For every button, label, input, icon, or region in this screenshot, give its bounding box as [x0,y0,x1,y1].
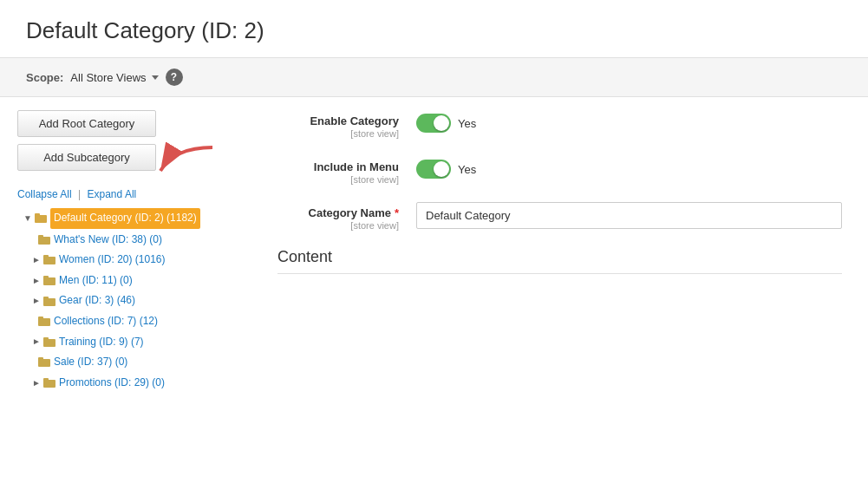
tree-label-2[interactable]: Women (ID: 20) (1016) [59,251,166,270]
category-name-sub: [store view] [277,220,399,231]
page-title: Default Category (ID: 2) [26,17,842,44]
enable-category-value: Yes [458,117,476,130]
tree-label-5[interactable]: Collections (ID: 7) (12) [54,312,158,331]
list-item[interactable]: ► Promotions (ID: 29) (0) [17,373,234,394]
tree-toggle-4[interactable]: ► [31,296,42,306]
page-header: Default Category (ID: 2) [0,0,868,58]
include-in-menu-toggle[interactable] [416,160,451,179]
main-content: Add Root Category Add Subcategory Collap… [0,97,868,393]
enable-category-label-group: Enable Category [store view] [277,110,416,139]
enable-category-row: Enable Category [store view] Yes [277,110,842,139]
list-item[interactable]: ► Men (ID: 11) (0) [17,271,234,291]
category-name-label: Category Name* [277,206,399,219]
include-in-menu-value: Yes [458,163,476,176]
folder-icon-4 [43,297,55,306]
include-in-menu-control: Yes [416,156,476,179]
right-panel: Enable Category [store view] Yes Include… [251,110,868,393]
enable-category-sub: [store view] [277,128,399,139]
list-item[interactable]: ► Training (ID: 9) (7) [17,332,234,353]
add-root-category-button[interactable]: Add Root Category [17,110,156,137]
tree-label-0[interactable]: Default Category (ID: 2) (1182) [50,208,200,229]
collapse-all-link[interactable]: Collapse All [17,188,72,200]
include-in-menu-label: Include in Menu [277,160,399,173]
content-section: Content [277,248,842,274]
enable-category-toggle[interactable] [416,114,451,133]
tree-label-1[interactable]: What's New (ID: 38) (0) [54,231,162,250]
category-name-row: Category Name* [store view] [277,202,842,231]
tree-link-separator: | [78,188,81,200]
content-section-title: Content [277,248,842,274]
include-in-menu-label-group: Include in Menu [store view] [277,156,416,185]
include-in-menu-sub: [store view] [277,174,399,185]
page-wrapper: Default Category (ID: 2) Scope: All Stor… [0,0,868,483]
scope-bar: Scope: All Store Views ? [0,58,868,97]
add-subcategory-button[interactable]: Add Subcategory [17,144,156,171]
category-name-label-group: Category Name* [store view] [277,202,416,231]
list-item[interactable]: ► Women (ID: 20) (1016) [17,250,234,271]
tree-label-8[interactable]: Promotions (ID: 29) (0) [59,374,165,393]
scope-dropdown-text: All Store Views [70,71,146,84]
required-star: * [395,206,399,219]
tree-toggle-8[interactable]: ► [31,378,42,388]
tree-label-4[interactable]: Gear (ID: 3) (46) [59,291,135,310]
list-item[interactable]: ▼ Default Category (ID: 2) (1182) [17,207,234,230]
enable-category-control: Yes [416,110,476,133]
folder-icon-3 [43,276,55,285]
folder-icon-8 [43,378,55,388]
tree-links: Collapse All | Expand All [17,188,234,200]
chevron-down-icon [152,75,159,80]
folder-icon-6 [43,337,55,347]
tree-toggle-0[interactable]: ▼ [23,213,33,224]
list-item[interactable]: What's New (ID: 38) (0) [17,230,234,251]
tree-toggle-6[interactable]: ► [31,336,42,347]
expand-all-link[interactable]: Expand All [88,188,137,200]
scope-dropdown[interactable]: All Store Views [70,71,158,84]
help-icon[interactable]: ? [166,69,183,86]
folder-icon-7 [38,357,50,367]
scope-label: Scope: [26,71,63,84]
category-tree: ▼ Default Category (ID: 2) (1182) What's… [17,207,234,393]
tree-label-3[interactable]: Men (ID: 11) (0) [59,271,133,290]
folder-icon-0 [35,213,47,223]
enable-category-label: Enable Category [277,114,399,127]
include-in-menu-row: Include in Menu [store view] Yes [277,156,842,185]
folder-icon-1 [38,235,50,245]
tree-toggle-3[interactable]: ► [31,276,42,286]
tree-label-6[interactable]: Training (ID: 9) (7) [59,333,144,352]
help-text: ? [171,71,177,83]
list-item[interactable]: Collections (ID: 7) (12) [17,311,234,332]
folder-icon-2 [43,255,55,264]
list-item[interactable]: ► Gear (ID: 3) (46) [17,290,234,311]
folder-icon-5 [38,317,50,326]
left-panel: Add Root Category Add Subcategory Collap… [0,110,251,393]
list-item[interactable]: Sale (ID: 37) (0) [17,352,234,373]
category-name-input[interactable] [416,202,842,229]
tree-toggle-2[interactable]: ► [31,255,42,265]
red-arrow-annotation [147,140,217,186]
tree-label-7[interactable]: Sale (ID: 37) (0) [54,353,127,372]
